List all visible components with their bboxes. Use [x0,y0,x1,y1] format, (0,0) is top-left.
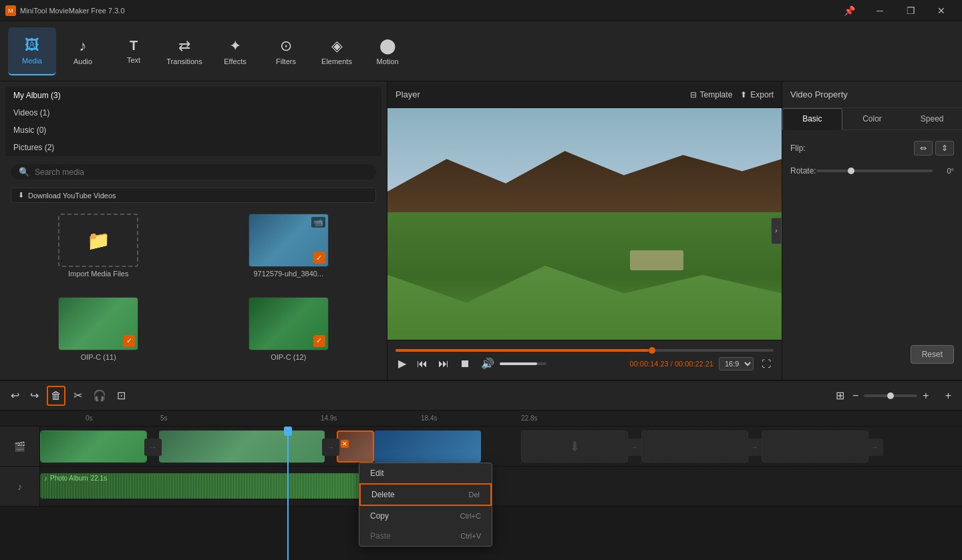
zoom-slider[interactable] [864,394,917,397]
import-placeholder[interactable]: 📁 [58,214,138,267]
album-list: My Album (3) Videos (1) Music (0) Pictur… [5,87,381,156]
export-icon: ⬆ [740,90,747,99]
play-button[interactable]: ▶ [395,356,409,371]
reset-button[interactable]: Reset [911,345,954,364]
zoom-wrap: ⊞ − + [833,386,932,404]
album-item-music[interactable]: Music (0) [5,121,381,139]
audio-clip[interactable]: ♪ Photo Album 22.1s [40,473,374,499]
export-button[interactable]: ⬆ Export [740,90,774,99]
rotate-row: Rotate: 0° [790,166,954,176]
search-input[interactable] [35,168,368,177]
flip-label: Flip: [790,144,806,153]
left-panel-header: My Album (3) Videos (1) Music (0) Pictur… [0,81,387,207]
toolbar-label-filters: Filters [276,57,296,65]
video-clip-1[interactable] [40,431,147,463]
video-clip-arrow-2: → [746,439,763,456]
search-icon: 🔍 [19,167,29,177]
album-item-myalbum[interactable]: My Album (3) [5,87,381,104]
crop-button[interactable]: ⊡ [114,386,128,404]
volume-button[interactable]: 🔊 [478,356,497,371]
toolbar-btn-motion[interactable]: ⬤ Motion [363,27,412,75]
village-layer [630,250,683,270]
media-item-pic2[interactable]: ✓ OIP-C (12) [197,297,381,374]
property-content: Flip: ⇔ ⇕ Rotate: 0° Re [782,130,962,380]
folder-icon: 📁 [87,230,110,252]
video-clip-3[interactable]: ✕ [337,431,374,463]
titlebar-pin-button[interactable]: 📌 [834,0,864,21]
media-check-vid1: ✓ [313,252,325,264]
titlebar-minimize-button[interactable]: ─ [864,0,895,21]
audio-icon: ♪ [79,37,87,55]
toolbar-btn-media[interactable]: 🖼 Media [8,27,56,75]
context-menu-paste[interactable]: Paste Ctrl+V [359,526,492,546]
media-icon: 🖼 [25,37,39,54]
titlebar-restore-button[interactable]: ❐ [895,0,926,21]
toolbar-btn-effects[interactable]: ✦ Effects [211,27,259,75]
toolbar-btn-filters[interactable]: ⊙ Filters [262,27,310,75]
video-clip-4[interactable] [374,431,481,463]
tab-color[interactable]: Color [842,108,903,129]
aspect-ratio-select[interactable]: 16:9 9:16 1:1 4:3 [719,357,754,370]
toolbar-label-elements: Elements [321,57,352,65]
clip3-x-badge: ✕ [341,440,349,448]
app-icon: M [5,5,16,16]
album-label-music: Music (0) [13,125,46,135]
collapse-panel-button[interactable]: › [771,218,782,244]
album-item-videos[interactable]: Videos (1) [5,104,381,121]
media-label-pic1: OIP-C (11) [81,353,116,361]
copy-label: Copy [370,511,389,521]
volume-bar[interactable] [500,362,546,365]
media-check-pic1: ✓ [123,335,135,347]
player-header: Player ⊟ Template ⬆ Export [387,81,782,108]
media-thumb-pic1: ✓ [58,297,138,350]
progress-bar[interactable] [395,349,774,352]
context-menu-edit[interactable]: Edit [359,463,492,483]
skip-back-button[interactable]: ⏮ [414,356,430,371]
video-track-label: 🎬 [0,427,40,466]
flip-vertical-button[interactable]: ⇕ [935,141,954,156]
tab-basic[interactable]: Basic [782,108,842,130]
add-clip-button[interactable]: + [943,387,954,404]
flip-horizontal-button[interactable]: ⇔ [914,141,933,156]
toolbar-btn-elements[interactable]: ◈ Elements [313,27,361,75]
stop-button[interactable]: ⏹ [457,356,473,371]
rotate-value: 0° [938,167,954,175]
toolbar-btn-text[interactable]: T Text [110,27,158,75]
media-item-import[interactable]: 📁 Import Media Files [7,214,190,290]
titlebar-close-button[interactable]: ✕ [926,0,957,21]
redo-button[interactable]: ↪ [27,386,41,404]
zoom-out-button[interactable]: ⊞ [833,386,847,404]
rotate-wrap: 0° [816,167,954,175]
delete-button[interactable]: 🗑 [47,386,65,406]
context-menu-delete[interactable]: Delete Del [359,483,492,506]
zoom-minus-button[interactable]: − [850,387,861,404]
zoom-plus-button[interactable]: + [920,387,931,404]
volume-wrap: 🔊 [478,356,546,371]
media-item-vid1[interactable]: 📹 ✓ 9712579-uhd_3840... [197,214,381,290]
album-item-pictures[interactable]: Pictures (2) [5,139,381,156]
progress-thumb[interactable] [649,347,655,354]
media-label-vid1: 9712579-uhd_3840... [253,270,323,278]
transitions-icon: ⇄ [178,37,190,55]
toolbar-btn-audio[interactable]: ♪ Audio [59,27,107,75]
audio-clip-duration: 22.1s [91,475,107,482]
cut-button[interactable]: ✂ [71,386,85,404]
rotate-slider[interactable] [816,170,933,172]
album-label-myalbum: My Album (3) [13,91,61,100]
media-item-pic1[interactable]: ✓ OIP-C (11) [7,297,190,374]
video-clip-empty-2 [641,431,748,463]
template-button[interactable]: ⊟ Template [690,90,733,99]
video-clip-arrow-3: → [866,439,883,456]
fullscreen-button[interactable]: ⛶ [759,357,774,370]
download-youtube-button[interactable]: ⬇ Download YouTube Videos [11,188,376,203]
tab-speed[interactable]: Speed [902,108,962,129]
context-menu-copy[interactable]: Copy Ctrl+C [359,506,492,526]
detach-audio-button[interactable]: 🎧 [90,386,109,404]
toolbar-btn-transitions[interactable]: ⇄ Transitions [160,27,208,75]
property-tabs: Basic Color Speed [782,108,962,130]
transition-1: → [144,439,162,456]
template-icon: ⊟ [690,90,697,99]
video-clip-2[interactable] [159,431,325,463]
skip-forward-button[interactable]: ⏭ [436,356,452,371]
undo-button[interactable]: ↩ [8,386,22,404]
